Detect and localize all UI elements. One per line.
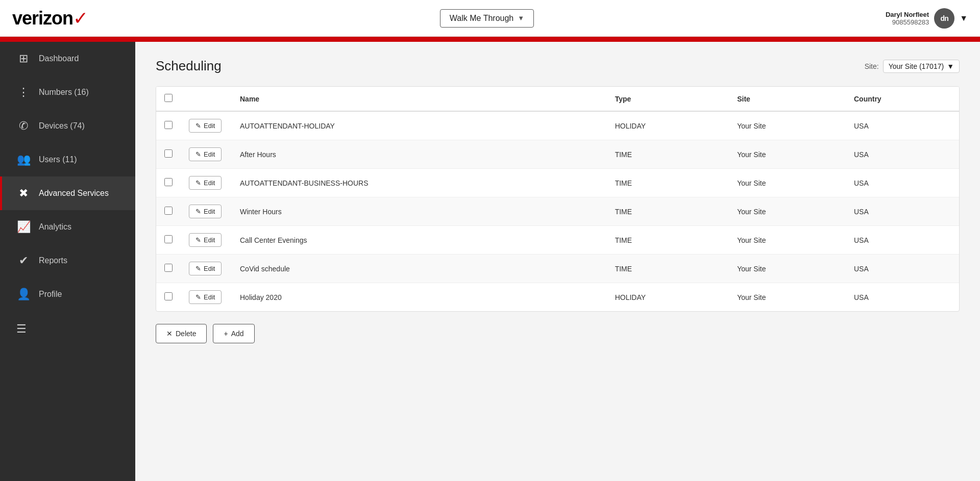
sidebar-label-dashboard: Dashboard [39,54,79,63]
row-checkbox-5[interactable] [164,264,173,272]
row-checkbox-1[interactable] [164,149,173,158]
main-content: Scheduling Site: Your Site (17017) ▼ [135,42,980,481]
row-site-1: Your Site [729,140,846,169]
table-row: ✎ Edit AUTOATTENDANT-HOLIDAY HOLIDAY You… [156,111,959,140]
header: verizon✓ Walk Me Through ▼ Daryl Norflee… [0,0,980,37]
row-edit-cell-4: ✎ Edit [181,226,232,255]
row-country-3: USA [846,197,959,226]
sidebar-item-analytics[interactable]: 📈 Analytics [0,210,135,244]
scheduling-table: Name Type Site Country ✎ Edit AUTOATTEND… [156,87,959,311]
sidebar-item-profile[interactable]: 👤 Profile [0,277,135,311]
logo-area: verizon✓ [12,8,88,29]
row-country-5: USA [846,255,959,283]
user-info: Daryl Norfleet 9085598283 [886,11,929,26]
header-type: Type [607,87,729,111]
header-name: Name [232,87,607,111]
sidebar-item-devices[interactable]: ✆ Devices (74) [0,109,135,143]
pencil-icon: ✎ [195,265,201,272]
sidebar-hamburger-menu[interactable]: ☰ [0,311,135,347]
edit-button-0[interactable]: ✎ Edit [189,119,222,133]
devices-icon: ✆ [16,119,31,133]
site-value: Your Site (17017) [889,62,944,70]
row-edit-cell-1: ✎ Edit [181,140,232,169]
sidebar-label-users: Users (11) [39,155,77,164]
page-title: Scheduling [156,58,222,74]
row-checkbox-3[interactable] [164,207,173,215]
delete-button[interactable]: ✕ Delete [156,324,207,343]
edit-label: Edit [204,150,215,158]
logo-checkmark: ✓ [73,8,88,29]
row-country-4: USA [846,226,959,255]
sidebar-item-numbers[interactable]: ⋮ Numbers (16) [0,75,135,109]
row-checkbox-cell [156,140,181,169]
row-country-1: USA [846,140,959,169]
site-chevron-icon: ▼ [947,62,954,70]
table-row: ✎ Edit Call Center Evenings TIME Your Si… [156,226,959,255]
user-phone: 9085598283 [886,18,929,26]
select-all-checkbox[interactable] [164,94,173,102]
pencil-icon: ✎ [195,150,201,158]
row-site-5: Your Site [729,255,846,283]
header-site: Site [729,87,846,111]
pencil-icon: ✎ [195,293,201,301]
row-edit-cell-0: ✎ Edit [181,111,232,140]
row-name-2: AUTOATTENDANT-BUSINESS-HOURS [232,169,607,197]
row-edit-cell-2: ✎ Edit [181,169,232,197]
add-button[interactable]: + Add [213,324,254,343]
sidebar-label-reports: Reports [39,256,67,265]
sidebar-label-profile: Profile [39,290,62,299]
edit-label: Edit [204,122,215,130]
row-name-3: Winter Hours [232,197,607,226]
pencil-icon: ✎ [195,179,201,187]
advanced-services-icon: ✖ [16,187,31,200]
sidebar-label-advanced-services: Advanced Services [39,189,109,198]
reports-icon: ✔ [16,254,31,267]
site-selector: Site: Your Site (17017) ▼ [865,60,960,73]
sidebar-item-advanced-services[interactable]: ✖ Advanced Services [0,176,135,210]
sidebar: ⊞ Dashboard ⋮ Numbers (16) ✆ Devices (74… [0,42,135,481]
user-name: Daryl Norfleet [886,11,929,18]
row-site-2: Your Site [729,169,846,197]
walk-me-through-button[interactable]: Walk Me Through ▼ [440,9,534,28]
edit-button-6[interactable]: ✎ Edit [189,290,222,304]
sidebar-item-users[interactable]: 👥 Users (11) [0,143,135,176]
edit-button-1[interactable]: ✎ Edit [189,147,222,161]
row-edit-cell-5: ✎ Edit [181,255,232,283]
row-name-5: CoVid schedule [232,255,607,283]
row-checkbox-2[interactable] [164,178,173,186]
table-row: ✎ Edit Winter Hours TIME Your Site USA [156,197,959,226]
main-layout: ⊞ Dashboard ⋮ Numbers (16) ✆ Devices (74… [0,42,980,481]
site-dropdown[interactable]: Your Site (17017) ▼ [883,60,960,73]
pencil-icon: ✎ [195,208,201,215]
header-edit [181,87,232,111]
site-label: Site: [865,62,879,70]
row-country-6: USA [846,283,959,312]
sidebar-item-dashboard[interactable]: ⊞ Dashboard [0,42,135,75]
row-name-0: AUTOATTENDANT-HOLIDAY [232,111,607,140]
brand-bar [0,37,980,42]
edit-button-2[interactable]: ✎ Edit [189,176,222,190]
row-checkbox-0[interactable] [164,121,173,129]
users-icon: 👥 [16,153,31,166]
sidebar-label-numbers: Numbers (16) [39,88,89,97]
edit-label: Edit [204,179,215,187]
user-menu[interactable]: Daryl Norfleet 9085598283 dn ▼ [886,8,968,29]
numbers-icon: ⋮ [16,86,31,99]
row-edit-cell-3: ✎ Edit [181,197,232,226]
delete-label: Delete [176,330,196,338]
row-checkbox-4[interactable] [164,235,173,243]
row-checkbox-cell [156,197,181,226]
table-row: ✎ Edit After Hours TIME Your Site USA [156,140,959,169]
table-row: ✎ Edit CoVid schedule TIME Your Site USA [156,255,959,283]
delete-icon: ✕ [166,330,173,338]
pencil-icon: ✎ [195,122,201,130]
row-country-2: USA [846,169,959,197]
edit-button-4[interactable]: ✎ Edit [189,233,222,247]
edit-button-3[interactable]: ✎ Edit [189,205,222,218]
row-type-6: HOLIDAY [607,283,729,312]
row-checkbox-6[interactable] [164,292,173,300]
row-site-3: Your Site [729,197,846,226]
edit-button-5[interactable]: ✎ Edit [189,262,222,275]
sidebar-item-reports[interactable]: ✔ Reports [0,244,135,277]
walk-me-through-label: Walk Me Through [450,14,513,23]
